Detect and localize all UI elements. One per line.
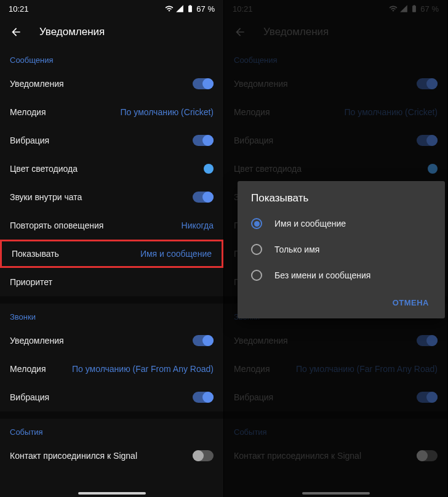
- row-calls-melody[interactable]: Мелодия По умолчанию (Far From Any Road): [0, 355, 223, 383]
- value: По умолчанию (Cricket): [121, 107, 214, 117]
- header: Уведомления: [0, 17, 223, 47]
- value: По умолчанию (Far From Any Road): [72, 364, 214, 374]
- label: Цвет светодиода: [10, 164, 78, 174]
- label: Контакт присоединился к Signal: [10, 451, 137, 461]
- status-battery: 67 %: [196, 4, 215, 14]
- radio-option-name-and-message[interactable]: Имя и сообщение: [238, 211, 445, 236]
- row-melody[interactable]: Мелодия По умолчанию (Cricket): [0, 98, 223, 126]
- status-time: 10:21: [9, 4, 29, 14]
- radio-label: Без имени и сообщения: [274, 270, 370, 280]
- row-notifications[interactable]: Уведомления: [0, 70, 223, 98]
- toggle-notifications[interactable]: [193, 78, 214, 89]
- row-repeat[interactable]: Повторять оповещения Никогда: [0, 211, 223, 240]
- radio-label: Имя и сообщение: [274, 219, 346, 228]
- divider: [0, 296, 223, 304]
- row-calls-notifications[interactable]: Уведомления: [0, 326, 223, 355]
- nav-pill[interactable]: [78, 492, 146, 495]
- toggle-calls-notifications[interactable]: [193, 335, 214, 346]
- label: Звуки внутри чата: [10, 192, 82, 202]
- section-messages-header: Сообщения: [0, 47, 223, 70]
- section-events-header: События: [0, 419, 223, 442]
- led-color-dot: [204, 164, 214, 174]
- screen-right: 10:21 67 % Уведомления Сообщения Уведомл…: [224, 0, 448, 497]
- row-show[interactable]: Показывать Имя и сообщение: [0, 240, 223, 268]
- row-chat-sounds[interactable]: Звуки внутри чата: [0, 183, 223, 211]
- section-calls-header: Звонки: [0, 304, 223, 326]
- row-led[interactable]: Цвет светодиода: [0, 155, 223, 183]
- label: Приоритет: [10, 277, 52, 287]
- toggle-chat-sounds[interactable]: [193, 192, 214, 203]
- back-arrow-icon: [10, 25, 22, 39]
- toggle-vibration[interactable]: [193, 135, 214, 146]
- dialog-title: Показывать: [238, 192, 445, 211]
- label: Показывать: [12, 249, 59, 259]
- label: Уведомления: [10, 79, 64, 89]
- battery-icon: [186, 4, 194, 13]
- toggle-contact-joined[interactable]: [193, 450, 214, 461]
- value: Имя и сообщение: [140, 249, 212, 259]
- dialog-actions: ОТМЕНА: [238, 288, 445, 312]
- label: Вибрация: [10, 135, 49, 145]
- status-bar: 10:21 67 %: [0, 0, 223, 17]
- wifi-icon: [165, 4, 174, 13]
- divider: [0, 411, 223, 419]
- label: Вибрация: [10, 392, 49, 402]
- value: Никогда: [182, 220, 214, 230]
- label: Повторять оповещения: [10, 220, 103, 230]
- radio-selected-icon: [251, 218, 262, 229]
- row-vibration[interactable]: Вибрация: [0, 126, 223, 155]
- label: Уведомления: [10, 336, 64, 345]
- radio-unselected-icon: [251, 270, 262, 281]
- radio-label: Только имя: [274, 244, 319, 254]
- row-priority[interactable]: Приоритет: [0, 268, 223, 296]
- page-title: Уведомления: [39, 26, 105, 38]
- radio-option-name-only[interactable]: Только имя: [238, 236, 445, 262]
- signal-icon: [175, 4, 184, 13]
- row-contact-joined[interactable]: Контакт присоединился к Signal: [0, 442, 223, 470]
- screen-left: 10:21 67 % Уведомления Сообщения Уведомл…: [0, 0, 224, 497]
- radio-option-none[interactable]: Без имени и сообщения: [238, 262, 445, 288]
- back-button[interactable]: [10, 26, 22, 38]
- cancel-button[interactable]: ОТМЕНА: [386, 293, 435, 312]
- label: Мелодия: [10, 107, 46, 117]
- toggle-calls-vibration[interactable]: [193, 392, 214, 403]
- row-calls-vibration[interactable]: Вибрация: [0, 383, 223, 411]
- label: Мелодия: [10, 364, 46, 374]
- dialog-show: Показывать Имя и сообщение Только имя Бе…: [238, 181, 445, 318]
- radio-unselected-icon: [251, 244, 262, 255]
- status-right: 67 %: [165, 4, 215, 14]
